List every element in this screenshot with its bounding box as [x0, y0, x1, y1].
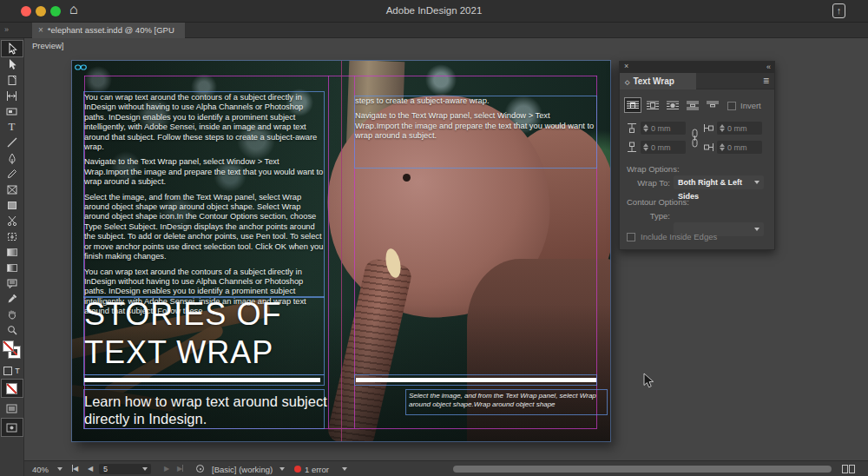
caption: Select the image, and from the Text Wrap… [409, 392, 605, 409]
rectangle-tool-icon [7, 201, 17, 210]
top-offset-field[interactable]: 0 mm [641, 122, 686, 135]
left-offset-field[interactable]: 0 mm [717, 122, 762, 135]
white-rule-left [84, 378, 320, 382]
wrap-bounding-box-button[interactable] [645, 98, 661, 112]
tool-rectangle-frame[interactable] [2, 182, 23, 197]
preflight-chevron-down-icon[interactable] [279, 467, 285, 473]
preflight-profile-value[interactable]: [Basic] (working) [212, 465, 273, 474]
contour-options-label: Contour Options: [627, 197, 689, 207]
tool-pencil[interactable] [2, 166, 23, 182]
chevron-down-icon [754, 228, 760, 234]
zoom-chevron-down-icon[interactable] [57, 467, 62, 473]
share-icon[interactable] [832, 3, 845, 18]
zoom-level-value[interactable]: 40% [32, 465, 49, 474]
tool-note[interactable] [2, 275, 23, 291]
first-page-button[interactable]: ◀ [72, 465, 78, 473]
wrap-jump-next-column-button[interactable] [705, 98, 720, 112]
tool-apply-none[interactable] [2, 380, 23, 397]
panel-collapse-chevrons-icon[interactable]: « [766, 63, 770, 71]
pencil-tool-icon [7, 169, 17, 179]
tool-page[interactable] [2, 72, 23, 88]
tool-rectangle[interactable] [2, 197, 23, 213]
make-offsets-same-link-icon[interactable] [691, 129, 699, 148]
tool-selection[interactable] [2, 41, 23, 56]
tool-direct-selection[interactable] [2, 56, 23, 72]
tool-scissors[interactable] [2, 213, 23, 228]
left-offset-stepper[interactable] [720, 124, 725, 132]
right-offset-icon [703, 142, 714, 152]
hand-icon [7, 309, 17, 320]
chevron-down-icon [754, 181, 760, 187]
tool-eyedropper[interactable] [2, 291, 23, 307]
error-count-text[interactable]: 1 error [305, 465, 329, 474]
fill-swatch-icon[interactable] [3, 340, 14, 352]
invert-label: Invert [740, 101, 761, 110]
wrap-jump-object-button[interactable] [685, 98, 700, 112]
wrap-object-shape-button[interactable] [665, 98, 681, 112]
spine-guide [341, 61, 342, 441]
page-number-field[interactable]: 5 [99, 464, 151, 474]
tool-zoom[interactable] [2, 322, 23, 338]
tool-pen[interactable] [2, 150, 23, 166]
tool-type[interactable]: T [2, 119, 23, 135]
bottom-offset-stepper[interactable] [643, 143, 648, 151]
tab-bar: » ×*elephant asset.indd @ 40% [GPU Previ… [0, 23, 868, 38]
panel-menu-icon[interactable]: ≡ [763, 75, 769, 87]
scissors-icon [7, 215, 17, 226]
tool-gradient-swatch[interactable] [2, 244, 23, 260]
contour-type-label: Type: [620, 211, 670, 221]
toolbar-collapse-chevrons-icon[interactable]: » [4, 25, 8, 34]
pen-tool-icon [8, 153, 16, 164]
document-tab[interactable]: ×*elephant asset.indd @ 40% [GPU Preview… [32, 23, 185, 38]
wrap-to-dropdown[interactable]: Both Right & Left Sides [674, 175, 764, 189]
include-inside-edges-control[interactable]: Include Inside Edges [627, 232, 717, 241]
preview-mode-button[interactable] [2, 419, 23, 436]
photo-elephant-eye [403, 174, 411, 182]
indesign-window: ⌂ Adobe InDesign 2021 » ×*elephant asset… [0, 0, 868, 476]
text-wrap-panel: × « ◇Text Wrap ≡ Invert [619, 61, 775, 250]
bottom-offset-field[interactable]: 0 mm [641, 141, 686, 154]
subtitle: Learn how to wrap text around subject di… [84, 393, 336, 427]
left-text-column: You can wrap text around the contours of… [84, 93, 324, 322]
panel-tab-row: ◇Text Wrap ≡ [620, 73, 774, 89]
panel-tab-text-wrap[interactable]: ◇Text Wrap [620, 73, 696, 89]
formatting-affects-text-icon[interactable]: T [15, 367, 20, 375]
bottom-offset-icon [627, 142, 637, 153]
left-offset-icon [703, 123, 714, 133]
wrap-none-icon [627, 101, 639, 110]
right-offset-stepper[interactable] [720, 143, 725, 151]
spread-view-icon[interactable] [842, 465, 856, 473]
document-spread[interactable]: You can wrap text around the contours of… [72, 61, 610, 441]
invert-checkbox[interactable] [727, 102, 736, 110]
tool-gradient-feather[interactable] [2, 260, 23, 275]
last-page-button[interactable]: ▶ [177, 465, 183, 473]
top-offset-stepper[interactable] [643, 124, 648, 132]
previous-page-button[interactable]: ◀ [88, 465, 93, 473]
invert-control[interactable]: Invert [727, 101, 761, 110]
bottom-offset-value: 0 mm [651, 143, 671, 152]
tool-gap[interactable] [2, 88, 23, 103]
fill-stroke-controls[interactable] [2, 340, 23, 364]
panel-close-icon[interactable]: × [624, 62, 628, 70]
link-badge-icon[interactable] [75, 63, 87, 71]
page-chevron-down-icon[interactable] [142, 467, 148, 473]
headline: STORIES OF TEXT WRAP [84, 295, 570, 372]
horizontal-scrollbar[interactable] [453, 466, 832, 473]
eyedropper-icon [7, 294, 17, 304]
error-chevron-down-icon[interactable] [342, 467, 347, 473]
tab-close-icon[interactable]: × [38, 25, 43, 35]
formatting-affects-container-icon[interactable] [3, 367, 12, 375]
tool-free-transform[interactable] [2, 228, 23, 244]
headline-line1: STORIES OF [84, 295, 570, 334]
tool-hand[interactable] [2, 307, 23, 322]
tool-line[interactable] [2, 135, 23, 150]
right-offset-field[interactable]: 0 mm [717, 141, 762, 154]
rectangle-frame-icon [7, 185, 17, 195]
screen-mode-button[interactable] [2, 400, 23, 416]
include-inside-edges-checkbox[interactable] [627, 233, 635, 241]
wrap-none-button[interactable] [625, 98, 641, 112]
wrap-bounding-box-icon [647, 101, 659, 110]
next-page-button[interactable]: ▶ [164, 465, 169, 473]
preflight-icon[interactable] [196, 465, 204, 473]
tool-content-collector[interactable] [2, 103, 23, 119]
